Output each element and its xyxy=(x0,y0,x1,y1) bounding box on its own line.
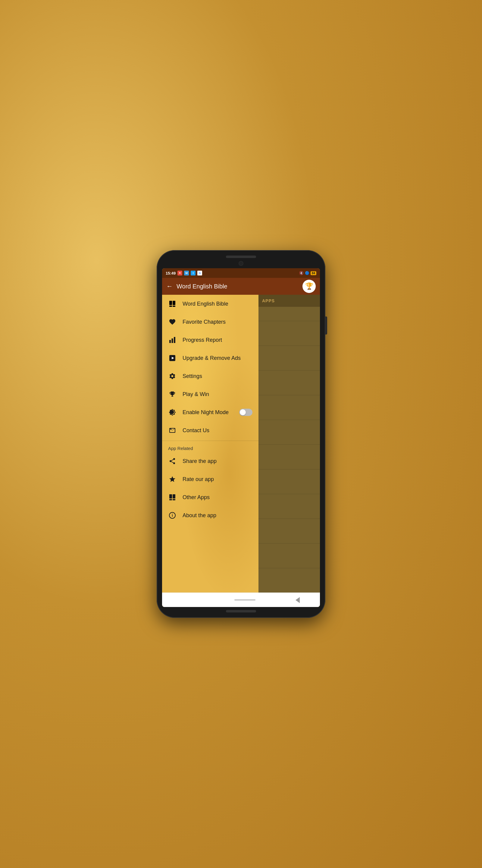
share-icon xyxy=(168,457,176,465)
svg-rect-0 xyxy=(169,301,172,305)
notification-google-icon: G xyxy=(197,271,202,276)
menu-label-settings: Settings xyxy=(183,373,202,379)
chart-icon xyxy=(168,336,176,344)
svg-rect-15 xyxy=(169,494,172,498)
menu-label-word-english-bible: Word English Bible xyxy=(183,301,228,307)
books-icon xyxy=(168,300,176,308)
main-content-panel: APPS xyxy=(258,295,320,592)
other-apps-icon xyxy=(168,493,176,501)
navigation-drawer: Word English Bible Favorite Chapters xyxy=(162,295,258,592)
svg-line-14 xyxy=(171,460,173,461)
svg-point-10 xyxy=(173,458,175,460)
menu-item-upgrade-remove-ads[interactable]: Upgrade & Remove Ads xyxy=(162,349,258,367)
svg-rect-18 xyxy=(172,499,175,500)
speaker-top xyxy=(226,255,256,258)
svg-rect-5 xyxy=(172,338,173,343)
section-app-related: App Related xyxy=(162,442,258,452)
menu-label-share-app: Share the app xyxy=(183,458,217,464)
menu-label-contact-us: Contact Us xyxy=(183,427,210,434)
night-mode-toggle[interactable] xyxy=(239,409,252,416)
apps-label: APPS xyxy=(262,299,275,303)
toggle-knob xyxy=(240,409,246,415)
menu-label-favorite-chapters: Favorite Chapters xyxy=(183,319,226,325)
menu-label-upgrade-remove-ads: Upgrade & Remove Ads xyxy=(183,355,241,361)
trophy-button[interactable]: 🏆 xyxy=(302,280,316,293)
menu-item-share-app[interactable]: Share the app xyxy=(162,452,258,470)
night-mode-toggle-container xyxy=(239,409,252,416)
notification-m-icon: M xyxy=(184,271,189,276)
svg-line-13 xyxy=(171,462,173,463)
notification-x-icon: ✕ xyxy=(178,271,182,276)
trophy-icon: 🏆 xyxy=(305,282,313,290)
app-header: ← Word English Bible 🏆 xyxy=(162,278,320,295)
svg-point-21 xyxy=(172,514,172,515)
svg-rect-4 xyxy=(169,340,171,343)
svg-rect-6 xyxy=(174,337,175,343)
svg-point-12 xyxy=(173,462,175,464)
menu-item-rate-app[interactable]: Rate our app xyxy=(162,470,258,488)
svg-rect-17 xyxy=(169,499,172,500)
menu-label-about-app: About the app xyxy=(183,513,216,519)
svg-point-11 xyxy=(170,460,171,462)
notification-twitter-icon: t xyxy=(191,271,195,276)
svg-rect-3 xyxy=(172,306,175,307)
contact-icon xyxy=(168,426,176,435)
star-icon xyxy=(168,475,176,484)
power-button xyxy=(325,316,327,335)
menu-item-other-apps[interactable]: Other Apps xyxy=(162,488,258,506)
app-title: Word English Bible xyxy=(176,283,299,290)
svg-rect-1 xyxy=(172,301,175,305)
menu-label-other-apps: Other Apps xyxy=(183,494,210,501)
menu-item-play-win[interactable]: Play & Win xyxy=(162,385,258,403)
menu-item-about-app[interactable]: About the app xyxy=(162,506,258,524)
phone-screen: 15:49 ✕ M t G 🔇 🔵 84 ← Word English Bibl… xyxy=(162,268,320,607)
svg-rect-2 xyxy=(169,306,172,307)
menu-label-progress-report: Progress Report xyxy=(183,337,222,343)
front-camera xyxy=(238,261,244,266)
status-right-icons: 🔇 🔵 84 xyxy=(299,271,316,275)
menu-label-enable-night-mode: Enable Night Mode xyxy=(183,409,229,415)
sound-icon: 🔇 xyxy=(299,271,304,275)
battery-indicator: 84 xyxy=(311,271,316,275)
screen-content: Word English Bible Favorite Chapters xyxy=(162,295,320,592)
back-button[interactable]: ← xyxy=(166,282,173,290)
right-panel-header: APPS xyxy=(258,295,320,307)
status-time: 15:49 xyxy=(166,271,175,276)
speaker-bottom xyxy=(226,610,256,613)
menu-item-settings[interactable]: Settings xyxy=(162,367,258,385)
menu-item-progress-report[interactable]: Progress Report xyxy=(162,331,258,349)
svg-rect-16 xyxy=(172,494,175,498)
heart-icon xyxy=(168,318,176,326)
status-bar: 15:49 ✕ M t G 🔇 🔵 84 xyxy=(162,268,320,278)
trophy-menu-icon xyxy=(168,390,176,398)
back-button-nav[interactable] xyxy=(295,597,300,603)
menu-label-rate-app: Rate our app xyxy=(183,476,214,483)
menu-item-favorite-chapters[interactable]: Favorite Chapters xyxy=(162,313,258,331)
menu-item-word-english-bible[interactable]: Word English Bible xyxy=(162,295,258,313)
bottom-navigation xyxy=(162,592,320,607)
svg-point-9 xyxy=(170,429,171,430)
moon-icon xyxy=(168,408,176,416)
home-indicator[interactable] xyxy=(234,599,255,601)
menu-item-enable-night-mode[interactable]: Enable Night Mode xyxy=(162,403,258,421)
bluetooth-icon: 🔵 xyxy=(305,271,310,275)
menu-label-play-win: Play & Win xyxy=(183,391,209,398)
menu-item-contact-us[interactable]: Contact Us xyxy=(162,421,258,439)
phone-device: 15:49 ✕ M t G 🔇 🔵 84 ← Word English Bibl… xyxy=(157,250,325,618)
play-icon xyxy=(168,354,176,362)
settings-icon xyxy=(168,372,176,380)
info-icon xyxy=(168,511,176,520)
drawer-divider xyxy=(162,441,258,441)
